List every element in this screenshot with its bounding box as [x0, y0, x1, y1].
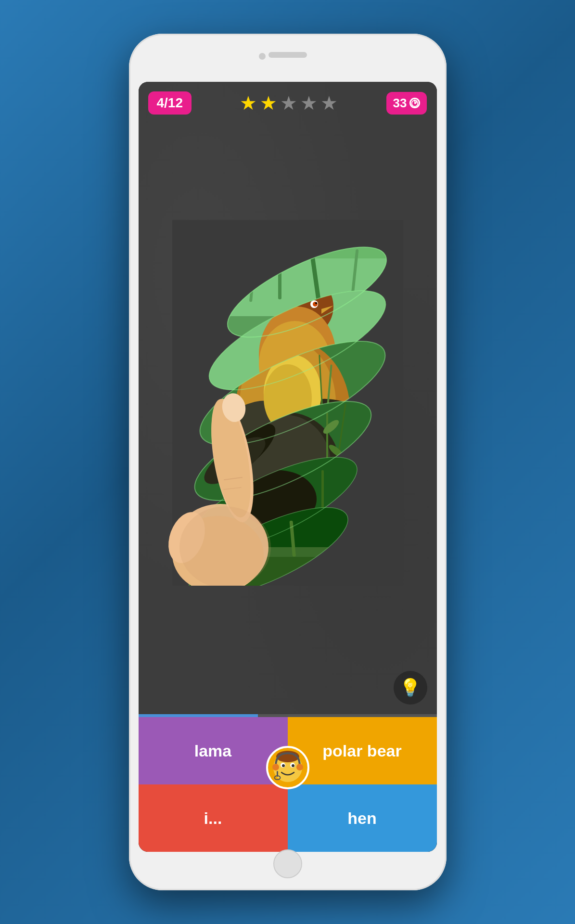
svg-point-90	[296, 764, 303, 770]
svg-point-31	[315, 302, 317, 304]
phone-camera	[259, 53, 266, 60]
timer-value: 33	[393, 96, 407, 111]
answer-label-3: i...	[204, 809, 222, 828]
answer-label-4: hen	[347, 809, 376, 828]
reveal-container	[172, 220, 403, 586]
svg-point-88	[292, 764, 294, 767]
svg-point-89	[272, 764, 279, 770]
answer-button-hen[interactable]: hen	[288, 784, 437, 852]
character-face-svg	[271, 751, 305, 784]
phone-screen: 4/12 ★ ★ ★ ★ ★ 33	[139, 82, 437, 852]
game-area: 4/12 ★ ★ ★ ★ ★ 33	[139, 82, 437, 714]
star-4: ★	[300, 92, 318, 114]
phone-home-button[interactable]	[273, 849, 302, 878]
phone-speaker	[268, 52, 307, 58]
answer-label-1: lama	[194, 742, 232, 760]
svg-line-2	[415, 103, 417, 103]
answers-area: lama polar bear i... hen	[139, 717, 437, 852]
star-5: ★	[320, 92, 338, 114]
bulb-icon: 💡	[399, 678, 421, 698]
timer-badge: 33	[386, 92, 427, 115]
chalkboard-background: 4/12 ★ ★ ★ ★ ★ 33	[139, 82, 437, 714]
character-icon	[266, 746, 309, 789]
answer-button-3[interactable]: i...	[139, 784, 288, 852]
hint-button[interactable]: 💡	[394, 671, 427, 705]
stars-container: ★ ★ ★ ★ ★	[240, 92, 338, 114]
answer-button-polar-bear[interactable]: polar bear	[288, 717, 437, 784]
star-2: ★	[260, 92, 277, 114]
image-reveal-area[interactable]	[139, 120, 437, 685]
svg-rect-3	[414, 100, 416, 101]
timer-icon	[409, 98, 420, 108]
svg-point-87	[282, 764, 285, 767]
phone-frame: 4/12 ★ ★ ★ ★ ★ 33	[129, 34, 447, 890]
score-badge: 4/12	[148, 91, 192, 115]
answer-button-lama[interactable]: lama	[139, 717, 288, 784]
top-bar: 4/12 ★ ★ ★ ★ ★ 33	[139, 91, 437, 115]
answer-label-2: polar bear	[322, 742, 401, 760]
star-1: ★	[240, 92, 257, 114]
svg-point-30	[313, 302, 318, 307]
rooster-scene	[172, 220, 403, 586]
star-3: ★	[280, 92, 297, 114]
